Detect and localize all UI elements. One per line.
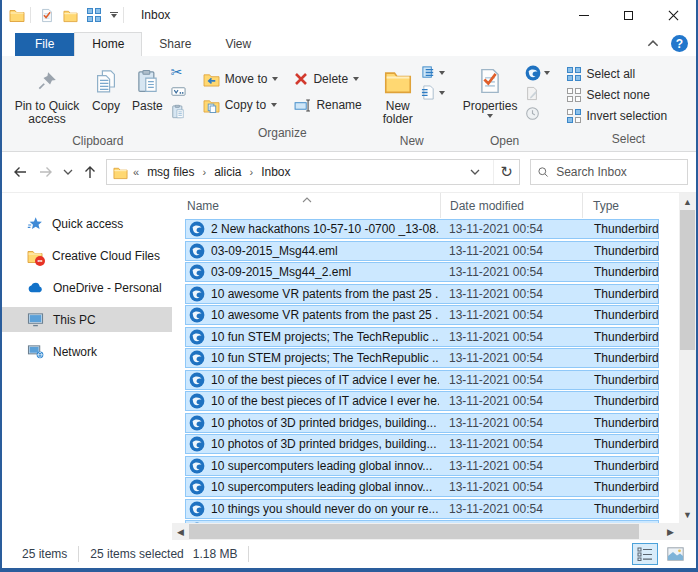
vertical-scrollbar[interactable]: ▲ ▼ <box>679 193 696 523</box>
rename-button[interactable]: Rename <box>291 96 364 114</box>
pin-to-quick-access-button[interactable]: Pin to Quick access <box>8 60 86 128</box>
qat-customize-button[interactable] <box>110 12 118 18</box>
copy-path-icon[interactable] <box>171 84 186 99</box>
copy-button[interactable]: Copy <box>86 60 126 115</box>
large-icons-view-button[interactable] <box>662 543 688 565</box>
file-row[interactable]: 10 things you should never do on your re… <box>185 499 659 519</box>
new-item-button[interactable] <box>421 85 445 100</box>
sort-ascending-icon <box>302 197 312 203</box>
quick-access-star-icon <box>27 216 43 232</box>
chevron-down-icon <box>487 114 493 118</box>
properties-button[interactable]: Properties <box>457 60 524 120</box>
help-button[interactable]: ? <box>671 35 688 52</box>
file-date-modified: 13-11-2021 00:54 <box>439 308 582 322</box>
file-row[interactable]: 10 fun STEM projects; The TechRepublic .… <box>185 348 659 368</box>
file-row[interactable]: 10 awesome VR patents from the past 25 .… <box>185 284 659 304</box>
qat-new-folder-button[interactable] <box>63 7 78 22</box>
file-row[interactable]: 10 of the best pieces of IT advice I eve… <box>185 391 659 411</box>
tab-home[interactable]: Home <box>74 32 142 56</box>
sidebar-item-quick-access[interactable]: Quick access <box>2 211 172 236</box>
titlebar-separator <box>30 7 31 23</box>
vertical-scroll-thumb[interactable] <box>680 210 695 350</box>
refresh-button[interactable]: ↻ <box>493 160 519 184</box>
file-row[interactable]: 10 supercomputers leading global innov..… <box>185 456 659 476</box>
file-row[interactable]: 10 awesome VR patents from the past 25 .… <box>185 305 659 325</box>
maximize-button[interactable] <box>606 0 651 30</box>
edit-icon[interactable] <box>525 86 539 101</box>
navigation-pane: Quick access ∞ Creative Cloud Files OneD… <box>2 193 172 540</box>
breadcrumb-item[interactable]: msg files <box>147 165 194 179</box>
scroll-down-icon[interactable]: ▼ <box>679 506 696 523</box>
file-row[interactable]: 03-09-2015_Msg44.eml 13-11-2021 00:54 Th… <box>185 241 659 261</box>
scroll-up-icon[interactable]: ▲ <box>679 193 696 210</box>
search-input[interactable] <box>556 165 681 179</box>
file-row[interactable]: 10 of the best pieces of IT advice I eve… <box>185 370 659 390</box>
copy-to-button[interactable]: Copy to <box>200 96 282 115</box>
file-list-area: Name Date modified Type 2 New hackathons… <box>172 193 696 540</box>
history-icon[interactable] <box>525 106 540 121</box>
forward-button[interactable] <box>34 160 58 184</box>
file-type: Thunderbird D <box>582 308 658 322</box>
qat-properties-button[interactable] <box>40 7 54 22</box>
search-icon <box>537 165 549 179</box>
file-type: Thunderbird D <box>582 502 658 516</box>
horizontal-scroll-thumb[interactable] <box>189 524 639 539</box>
file-date-modified: 13-11-2021 00:54 <box>439 437 582 451</box>
recent-locations-button[interactable] <box>60 160 76 184</box>
qat-select-all-button[interactable] <box>87 8 101 22</box>
paste-button[interactable]: Paste <box>126 60 169 115</box>
scroll-right-icon[interactable]: ▶ <box>662 523 679 540</box>
file-date-modified: 13-11-2021 00:54 <box>439 480 582 494</box>
address-dropdown-button[interactable] <box>462 160 488 184</box>
column-header-name[interactable]: Name <box>172 199 440 213</box>
tab-file[interactable]: File <box>15 33 74 56</box>
scroll-left-icon[interactable]: ◀ <box>172 523 189 540</box>
back-button[interactable] <box>8 160 32 184</box>
file-row[interactable]: 03-09-2015_Msg44_2.eml 13-11-2021 00:54 … <box>185 262 659 282</box>
select-none-icon <box>567 88 581 102</box>
tab-share[interactable]: Share <box>142 33 208 56</box>
new-folder-button[interactable]: New folder <box>377 60 419 128</box>
breadcrumb-overflow[interactable]: « <box>133 166 139 178</box>
address-bar[interactable]: « msg files › alicia › Inbox ↻ <box>106 159 520 185</box>
file-row[interactable]: 10 fun STEM projects; The TechRepublic .… <box>185 327 659 347</box>
file-row[interactable]: 10 supercomputers leading global innov..… <box>185 477 659 497</box>
sidebar-item-onedrive[interactable]: OneDrive - Personal <box>2 275 172 300</box>
open-button[interactable] <box>525 65 550 81</box>
file-name: 10 of the best pieces of IT advice I eve… <box>211 394 439 408</box>
select-none-button[interactable]: Select none <box>564 86 692 104</box>
select-all-icon <box>567 67 581 81</box>
breadcrumb-item[interactable]: Inbox <box>261 165 290 179</box>
file-row[interactable]: 10 photos of 3D printed bridges, buildin… <box>185 413 659 433</box>
group-label-organize: Organize <box>198 124 367 143</box>
paste-shortcut-icon[interactable] <box>171 104 185 119</box>
up-button[interactable] <box>78 160 102 184</box>
file-row[interactable]: 10 photos of 3D printed bridges, buildin… <box>185 434 659 454</box>
horizontal-scrollbar[interactable]: ◀ ▶ <box>172 523 679 540</box>
sidebar-item-creative-cloud[interactable]: ∞ Creative Cloud Files <box>2 243 172 268</box>
file-row[interactable]: 2 New hackathons 10-57-10 -0700 _13-08..… <box>185 219 659 239</box>
invert-selection-button[interactable]: Invert selection <box>564 107 692 125</box>
tab-view[interactable]: View <box>208 33 268 56</box>
easy-access-button[interactable] <box>421 65 445 80</box>
search-box[interactable] <box>530 159 688 185</box>
file-date-modified: 13-11-2021 00:54 <box>439 222 582 236</box>
refresh-icon: ↻ <box>500 163 513 181</box>
column-header-date-modified[interactable]: Date modified <box>440 193 582 218</box>
select-all-button[interactable]: Select all <box>564 65 692 83</box>
column-header-type[interactable]: Type <box>582 193 679 218</box>
file-type: Thunderbird D <box>582 459 658 473</box>
copy-to-icon <box>203 98 220 113</box>
cut-icon[interactable]: ✂ <box>171 65 186 79</box>
delete-button[interactable]: Delete <box>291 70 364 88</box>
breadcrumb-item[interactable]: alicia <box>214 165 241 179</box>
sidebar-item-network[interactable]: Network <box>2 339 172 364</box>
minimize-button[interactable] <box>561 0 606 30</box>
collapse-ribbon-icon[interactable] <box>647 40 659 47</box>
sidebar-item-this-pc[interactable]: This PC <box>2 307 172 332</box>
file-date-modified: 13-11-2021 00:54 <box>439 265 582 279</box>
move-to-button[interactable]: Move to <box>200 70 282 89</box>
file-date-modified: 13-11-2021 00:54 <box>439 416 582 430</box>
close-button[interactable] <box>651 0 696 30</box>
details-view-button[interactable] <box>632 543 658 565</box>
